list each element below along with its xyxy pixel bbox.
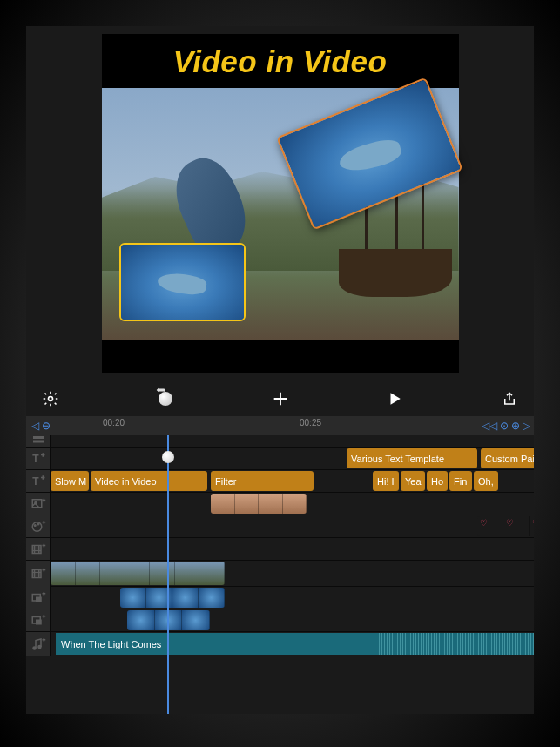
video-track-main-body[interactable] xyxy=(51,561,534,586)
text-track-2: T Slow MVideo in VideoFilterHi! IYeaHoFi… xyxy=(26,470,534,493)
playhead-knob[interactable] xyxy=(162,451,174,463)
audio-track: When The Light Comes xyxy=(26,632,534,656)
svg-rect-10 xyxy=(32,545,41,553)
undo-button[interactable]: ➦ xyxy=(150,383,181,414)
svg-point-9 xyxy=(37,523,39,525)
next-frame-icon[interactable]: ▷ xyxy=(523,420,530,432)
overlay-track-1-body[interactable] xyxy=(51,493,534,515)
track-head-text-2[interactable]: T xyxy=(26,470,51,492)
track-head-pip-1[interactable] xyxy=(26,587,51,609)
paint-track: ♡ ♡ ♡ xyxy=(26,515,534,538)
text-clip[interactable]: Fin xyxy=(449,471,472,491)
text-clip[interactable]: Yea xyxy=(401,471,425,491)
text-track-2-body[interactable]: Slow MVideo in VideoFilterHi! IYeaHoFinO… xyxy=(51,470,534,492)
zoom-out-icon[interactable]: ◁ xyxy=(31,420,39,432)
svg-point-17 xyxy=(38,645,41,648)
text-clip[interactable]: Slow M xyxy=(51,471,89,491)
pip-track-2-body[interactable] xyxy=(51,609,534,631)
overlay-title: Video in Video xyxy=(102,44,459,79)
track-head-video-main[interactable] xyxy=(26,561,51,587)
svg-text:T: T xyxy=(32,474,39,487)
film-plus-icon xyxy=(30,542,46,557)
layer-icon xyxy=(30,434,46,449)
svg-rect-11 xyxy=(32,569,41,577)
track-head-overlay-1[interactable] xyxy=(26,493,51,515)
paint-clip[interactable]: ♡ ♡ ♡ xyxy=(477,516,534,536)
track-spacer xyxy=(26,435,534,448)
text-plus-icon: T xyxy=(30,451,46,467)
overlay-plus-icon xyxy=(30,613,46,629)
play-button[interactable] xyxy=(379,383,410,414)
ruler-time-1: 00:20 xyxy=(103,418,125,427)
track-head-text-1[interactable]: T xyxy=(26,448,51,469)
svg-rect-15 xyxy=(36,620,40,624)
pip-clip-2[interactable] xyxy=(127,610,210,630)
audio-clip[interactable]: When The Light Comes xyxy=(56,633,534,655)
svg-point-16 xyxy=(33,647,36,649)
text-clip[interactable]: Custom Paint xyxy=(481,448,534,468)
pip-track-1-body[interactable] xyxy=(51,587,534,609)
main-toolbar: ➦ xyxy=(26,381,534,416)
preview-area: Video in Video xyxy=(26,26,534,381)
pip-clip-1[interactable] xyxy=(120,588,225,608)
pip-overlay-1[interactable] xyxy=(119,243,246,321)
video-track-empty-body[interactable] xyxy=(51,538,534,560)
video-track-main xyxy=(26,561,534,587)
video-stage[interactable]: Video in Video xyxy=(102,34,459,374)
zoom-icon[interactable]: ⊖ xyxy=(42,420,51,432)
text-plus-icon: T xyxy=(30,474,46,489)
track-head-audio[interactable] xyxy=(26,632,51,656)
audio-waveform xyxy=(377,633,534,655)
track-head-spacer[interactable] xyxy=(26,435,51,447)
zoom-in-icon[interactable]: ⊕ xyxy=(511,420,520,432)
paint-plus-icon xyxy=(30,519,46,535)
svg-point-8 xyxy=(34,524,36,526)
overlay-track-1 xyxy=(26,493,534,515)
overlay-clip[interactable] xyxy=(211,494,307,514)
locate-icon[interactable]: ⊙ xyxy=(500,420,509,432)
undo-icon: ➦ xyxy=(159,392,172,406)
text-track-1: T Various Text TemplateCustom Paint xyxy=(26,448,534,470)
text-clip[interactable]: Ho xyxy=(427,471,448,491)
share-icon xyxy=(502,390,517,407)
svg-rect-1 xyxy=(33,436,44,439)
text-clip[interactable]: Video in Video xyxy=(91,471,207,491)
app-frame: Video in Video ➦ xyxy=(26,26,534,714)
video-clip-main[interactable] xyxy=(51,562,225,585)
svg-rect-2 xyxy=(33,440,44,442)
svg-point-0 xyxy=(49,397,53,401)
ruler-time-2: 00:25 xyxy=(300,418,321,427)
prev-frame-icon[interactable]: ◁◁ xyxy=(482,420,497,432)
settings-button[interactable] xyxy=(35,383,66,414)
video-track-empty xyxy=(26,538,534,561)
overlay-plus-icon xyxy=(30,590,46,606)
audio-track-body[interactable]: When The Light Comes xyxy=(51,632,534,656)
timeline: ◁ ⊖ 00:20 00:25 ◁◁ ⊙ ⊕ ▷ xyxy=(26,416,534,714)
text-clip[interactable]: Hi! I xyxy=(373,471,399,491)
share-button[interactable] xyxy=(494,383,525,414)
text-track-1-body[interactable]: Various Text TemplateCustom Paint xyxy=(51,448,534,469)
svg-text:T: T xyxy=(32,452,39,464)
film-plus-icon xyxy=(30,566,46,582)
svg-rect-13 xyxy=(36,597,40,602)
track-head-video-empty[interactable] xyxy=(26,538,51,560)
time-ruler[interactable]: ◁ ⊖ 00:20 00:25 ◁◁ ⊙ ⊕ ▷ xyxy=(26,416,534,435)
gear-icon xyxy=(42,390,59,407)
pip-track-1 xyxy=(26,587,534,609)
track-head-paint[interactable] xyxy=(26,515,51,537)
add-button[interactable] xyxy=(265,383,296,414)
music-plus-icon xyxy=(30,636,46,652)
plus-icon xyxy=(271,389,290,408)
text-clip[interactable]: Filter xyxy=(211,471,314,491)
play-icon xyxy=(387,391,402,407)
tracks-container: T Various Text TemplateCustom Paint T Sl… xyxy=(26,435,534,714)
paint-track-body[interactable]: ♡ ♡ ♡ xyxy=(51,515,534,537)
text-clip[interactable]: Oh, xyxy=(474,471,498,491)
image-plus-icon xyxy=(30,496,46,512)
pip-track-2 xyxy=(26,609,534,632)
track-head-pip-2[interactable] xyxy=(26,609,51,631)
audio-clip-title: When The Light Comes xyxy=(61,639,161,649)
svg-point-7 xyxy=(32,522,42,531)
text-clip[interactable]: Various Text Template xyxy=(347,448,477,468)
